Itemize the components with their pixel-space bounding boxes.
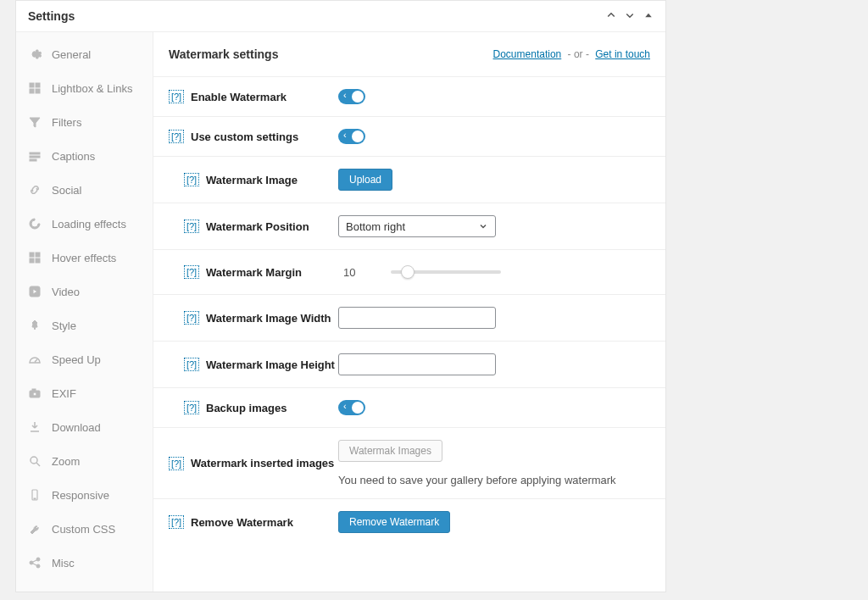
sidebar-item-responsive[interactable]: Responsive <box>16 478 153 512</box>
camera-icon <box>28 386 42 400</box>
field-label: Watermark inserted images <box>191 457 334 469</box>
sidebar-item-label: Responsive <box>52 489 109 502</box>
chevron-down-icon[interactable] <box>625 10 635 23</box>
help-icon[interactable]: [?] <box>169 90 184 103</box>
sidebar-item-lightbox[interactable]: Lightbox & Links <box>16 71 153 105</box>
field-label: Watermark Image Height <box>206 358 335 371</box>
header-links: Documentation - or - Get in touch <box>493 48 650 60</box>
row-watermark-margin: [?]Watermark Margin <box>153 250 665 295</box>
row-watermark-inserted: [?]Watermark inserted images Watermak Im… <box>153 428 665 499</box>
sidebar-item-label: EXIF <box>52 387 76 400</box>
sidebar-item-label: General <box>52 48 91 61</box>
enable-watermark-toggle[interactable] <box>338 89 365 104</box>
select-value: Bottom right <box>346 220 405 233</box>
row-remove-watermark: [?]Remove Watermark Remove Watermark <box>153 499 665 545</box>
slider-thumb[interactable] <box>401 265 415 279</box>
chevron-up-icon[interactable] <box>606 10 616 23</box>
help-icon[interactable]: [?] <box>169 457 184 470</box>
pin-icon <box>28 319 42 332</box>
panel-title: Settings <box>28 9 75 23</box>
sidebar-item-video[interactable]: Video <box>16 275 153 308</box>
sidebar-item-download[interactable]: Download <box>16 410 153 444</box>
field-label: Watermark Margin <box>206 266 302 279</box>
help-icon[interactable]: [?] <box>184 265 199 279</box>
row-enable-watermark: [?]Enable Watermark <box>153 77 665 117</box>
field-label: Use custom settings <box>191 131 298 143</box>
sidebar-item-label: Style <box>52 319 76 332</box>
margin-input[interactable] <box>338 262 381 282</box>
field-label: Watermark Position <box>206 220 309 233</box>
phone-icon <box>28 488 42 502</box>
height-input[interactable] <box>338 353 496 375</box>
main-header: Watermark settings Documentation - or - … <box>153 32 665 77</box>
sidebar-item-label: Custom CSS <box>52 523 115 536</box>
help-icon[interactable]: [?] <box>184 401 199 414</box>
sidebar-item-label: Download <box>52 421 101 434</box>
sidebar-item-customcss[interactable]: Custom CSS <box>16 512 153 546</box>
sidebar-item-label: Video <box>52 286 80 298</box>
help-icon[interactable]: [?] <box>184 219 199 233</box>
sidebar-item-loading[interactable]: Loading effects <box>16 207 153 241</box>
spinner-icon <box>28 217 42 231</box>
panel-body: General Lightbox & Links Filters Caption… <box>16 32 665 592</box>
main-content: Watermark settings Documentation - or - … <box>153 32 665 592</box>
sidebar-item-label: Hover effects <box>52 252 116 264</box>
collapse-icon[interactable] <box>643 10 654 23</box>
row-watermark-height: [?]Watermark Image Height <box>153 342 665 388</box>
width-input[interactable] <box>338 307 496 329</box>
panel-actions <box>606 10 654 23</box>
get-in-touch-link[interactable]: Get in touch <box>595 48 650 60</box>
row-watermark-image: [?]Watermark Image Upload <box>153 157 665 203</box>
sidebar-item-zoom[interactable]: Zoom <box>16 444 153 478</box>
sidebar-item-misc[interactable]: Misc <box>16 546 153 580</box>
row-custom-settings: [?]Use custom settings <box>153 117 665 157</box>
sidebar-item-captions[interactable]: Captions <box>16 139 153 173</box>
wrench-icon <box>28 522 42 536</box>
sidebar-item-label: Social <box>52 184 81 197</box>
gauge-icon <box>28 353 42 366</box>
sidebar-item-label: Lightbox & Links <box>52 82 132 95</box>
sidebar-item-label: Filters <box>52 116 81 129</box>
upload-button[interactable]: Upload <box>338 169 392 191</box>
page-title: Watermark settings <box>169 47 278 61</box>
sidebar-item-hover[interactable]: Hover effects <box>16 241 153 275</box>
field-label: Watermark Image <box>206 174 298 186</box>
backup-images-toggle[interactable] <box>338 400 365 415</box>
sidebar-item-social[interactable]: Social <box>16 173 153 207</box>
help-icon[interactable]: [?] <box>169 130 184 143</box>
documentation-link[interactable]: Documentation <box>493 48 562 60</box>
caption-icon <box>28 149 42 163</box>
header-separator: - or - <box>568 48 589 60</box>
watermark-images-button[interactable]: Watermak Images <box>338 440 442 462</box>
row-backup-images: [?]Backup images <box>153 388 665 428</box>
help-icon[interactable]: [?] <box>169 515 184 529</box>
sidebar: General Lightbox & Links Filters Caption… <box>16 32 153 592</box>
position-select[interactable]: Bottom right <box>338 215 496 237</box>
margin-slider[interactable] <box>391 270 501 274</box>
row-watermark-position: [?]Watermark Position Bottom right <box>153 203 665 250</box>
download-icon <box>28 420 42 434</box>
sidebar-item-label: Loading effects <box>52 218 126 231</box>
sidebar-item-general[interactable]: General <box>16 37 153 71</box>
sidebar-item-speedup[interactable]: Speed Up <box>16 342 153 376</box>
row-watermark-width: [?]Watermark Image Width <box>153 295 665 342</box>
field-label: Watermark Image Width <box>206 312 331 325</box>
help-icon[interactable]: [?] <box>184 173 199 186</box>
custom-settings-toggle[interactable] <box>338 129 365 144</box>
help-icon[interactable]: [?] <box>184 358 199 371</box>
field-label: Backup images <box>206 402 287 414</box>
settings-panel: Settings General Lightbox & Links Filter… <box>15 0 666 592</box>
sidebar-item-filters[interactable]: Filters <box>16 105 153 139</box>
sidebar-item-exif[interactable]: EXIF <box>16 376 153 410</box>
play-icon <box>28 285 42 298</box>
hint-text: You need to save your gallery before app… <box>338 474 616 486</box>
share-icon <box>28 556 42 569</box>
help-icon[interactable]: [?] <box>184 311 199 325</box>
remove-watermark-button[interactable]: Remove Watermark <box>338 511 450 533</box>
chevron-down-icon <box>478 221 488 231</box>
panel-header: Settings <box>16 1 665 32</box>
grid-icon <box>28 81 42 95</box>
sidebar-item-label: Zoom <box>52 455 80 468</box>
sidebar-item-style[interactable]: Style <box>16 308 153 342</box>
filter-icon <box>28 115 42 129</box>
